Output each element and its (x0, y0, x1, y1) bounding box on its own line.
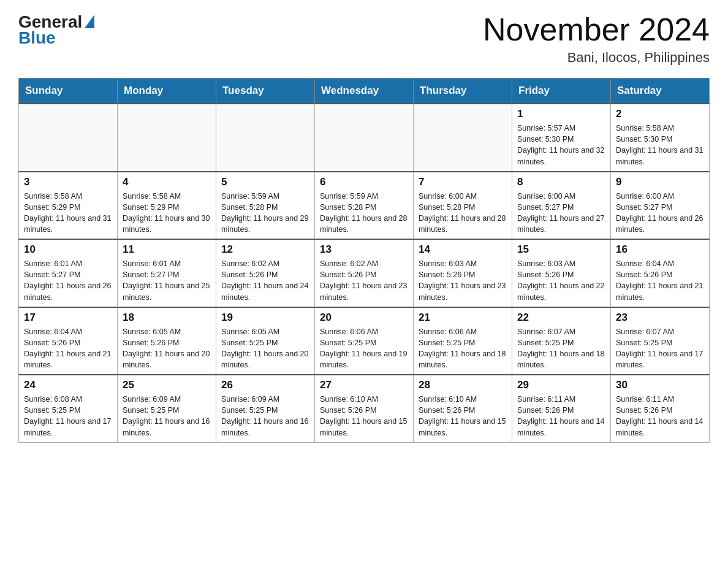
calendar-cell: 5Sunrise: 5:59 AMSunset: 5:28 PMDaylight… (216, 172, 315, 240)
day-number: 4 (123, 176, 211, 188)
day-number: 5 (221, 176, 309, 188)
day-info: Sunrise: 6:00 AMSunset: 5:27 PMDaylight:… (517, 191, 605, 236)
logo-blue-text: Blue (18, 28, 56, 48)
calendar-cell: 1Sunrise: 5:57 AMSunset: 5:30 PMDaylight… (512, 104, 611, 172)
day-info: Sunrise: 6:10 AMSunset: 5:26 PMDaylight:… (320, 394, 408, 439)
calendar-cell: 8Sunrise: 6:00 AMSunset: 5:27 PMDaylight… (512, 172, 611, 240)
calendar-cell (19, 104, 118, 172)
day-info: Sunrise: 6:10 AMSunset: 5:26 PMDaylight:… (419, 394, 507, 439)
location-text: Bani, Ilocos, Philippines (483, 50, 710, 66)
calendar-cell: 18Sunrise: 6:05 AMSunset: 5:26 PMDayligh… (118, 307, 216, 375)
day-number: 13 (320, 243, 408, 256)
day-info: Sunrise: 6:07 AMSunset: 5:25 PMDaylight:… (517, 326, 605, 371)
day-number: 22 (517, 312, 605, 324)
calendar-cell: 14Sunrise: 6:03 AMSunset: 5:26 PMDayligh… (414, 239, 512, 307)
day-number: 26 (221, 379, 309, 391)
day-info: Sunrise: 5:57 AMSunset: 5:30 PMDaylight:… (517, 123, 605, 167)
calendar-cell: 3Sunrise: 5:58 AMSunset: 5:29 PMDaylight… (19, 172, 118, 240)
calendar-week-row: 17Sunrise: 6:04 AMSunset: 5:26 PMDayligh… (19, 307, 710, 375)
calendar-cell: 23Sunrise: 6:07 AMSunset: 5:25 PMDayligh… (611, 307, 710, 375)
day-info: Sunrise: 6:05 AMSunset: 5:25 PMDaylight:… (221, 326, 309, 371)
day-info: Sunrise: 6:02 AMSunset: 5:26 PMDaylight:… (221, 258, 309, 303)
day-number: 16 (616, 243, 704, 256)
day-number: 9 (616, 176, 704, 188)
day-info: Sunrise: 6:08 AMSunset: 5:25 PMDaylight:… (24, 394, 112, 439)
day-info: Sunrise: 5:58 AMSunset: 5:29 PMDaylight:… (24, 191, 112, 236)
calendar-cell: 27Sunrise: 6:10 AMSunset: 5:26 PMDayligh… (315, 375, 414, 442)
days-header-row: Sunday Monday Tuesday Wednesday Thursday… (19, 79, 710, 104)
day-info: Sunrise: 6:00 AMSunset: 5:28 PMDaylight:… (419, 191, 507, 236)
calendar-cell: 24Sunrise: 6:08 AMSunset: 5:25 PMDayligh… (19, 375, 118, 442)
day-number: 1 (517, 108, 605, 120)
day-number: 8 (517, 176, 605, 188)
calendar-cell: 6Sunrise: 5:59 AMSunset: 5:28 PMDaylight… (315, 172, 414, 240)
day-number: 30 (616, 379, 704, 391)
calendar-cell: 26Sunrise: 6:09 AMSunset: 5:25 PMDayligh… (216, 375, 315, 442)
calendar-cell: 7Sunrise: 6:00 AMSunset: 5:28 PMDaylight… (414, 172, 512, 240)
day-number: 27 (320, 379, 408, 391)
header-sunday: Sunday (19, 79, 118, 104)
header-monday: Monday (118, 79, 216, 104)
day-number: 2 (616, 108, 704, 120)
day-number: 23 (616, 312, 704, 324)
day-info: Sunrise: 6:06 AMSunset: 5:25 PMDaylight:… (320, 326, 408, 371)
calendar-cell: 2Sunrise: 5:58 AMSunset: 5:30 PMDaylight… (611, 104, 710, 172)
calendar-cell: 9Sunrise: 6:00 AMSunset: 5:27 PMDaylight… (611, 172, 710, 240)
calendar-cell: 29Sunrise: 6:11 AMSunset: 5:26 PMDayligh… (512, 375, 611, 442)
day-info: Sunrise: 5:59 AMSunset: 5:28 PMDaylight:… (320, 191, 408, 236)
header-wednesday: Wednesday (315, 79, 414, 104)
day-number: 24 (24, 379, 112, 391)
calendar-cell: 28Sunrise: 6:10 AMSunset: 5:26 PMDayligh… (414, 375, 512, 442)
day-number: 11 (123, 243, 211, 256)
calendar-cell: 13Sunrise: 6:02 AMSunset: 5:26 PMDayligh… (315, 239, 414, 307)
header-thursday: Thursday (414, 79, 512, 104)
day-info: Sunrise: 6:00 AMSunset: 5:27 PMDaylight:… (616, 191, 704, 236)
calendar-cell: 25Sunrise: 6:09 AMSunset: 5:25 PMDayligh… (118, 375, 216, 442)
calendar-cell (315, 104, 414, 172)
day-number: 29 (517, 379, 605, 391)
calendar-cell (118, 104, 216, 172)
day-info: Sunrise: 5:58 AMSunset: 5:29 PMDaylight:… (123, 191, 211, 236)
calendar-cell: 19Sunrise: 6:05 AMSunset: 5:25 PMDayligh… (216, 307, 315, 375)
calendar-cell: 16Sunrise: 6:04 AMSunset: 5:26 PMDayligh… (611, 239, 710, 307)
calendar-week-row: 3Sunrise: 5:58 AMSunset: 5:29 PMDaylight… (19, 172, 710, 240)
day-info: Sunrise: 6:09 AMSunset: 5:25 PMDaylight:… (123, 394, 211, 439)
day-number: 25 (123, 379, 211, 391)
logo-triangle-icon (85, 15, 94, 28)
header-tuesday: Tuesday (216, 79, 315, 104)
calendar-table: Sunday Monday Tuesday Wednesday Thursday… (18, 78, 710, 443)
calendar-week-row: 24Sunrise: 6:08 AMSunset: 5:25 PMDayligh… (19, 375, 710, 442)
day-number: 20 (320, 312, 408, 324)
calendar-cell: 30Sunrise: 6:11 AMSunset: 5:26 PMDayligh… (611, 375, 710, 442)
day-info: Sunrise: 6:04 AMSunset: 5:26 PMDaylight:… (616, 258, 704, 303)
title-section: November 2024 Bani, Ilocos, Philippines (483, 12, 710, 66)
day-info: Sunrise: 6:06 AMSunset: 5:25 PMDaylight:… (419, 326, 507, 371)
day-number: 14 (419, 243, 507, 256)
calendar-cell: 12Sunrise: 6:02 AMSunset: 5:26 PMDayligh… (216, 239, 315, 307)
day-info: Sunrise: 6:03 AMSunset: 5:26 PMDaylight:… (419, 258, 507, 303)
month-title: November 2024 (483, 12, 710, 47)
calendar-week-row: 1Sunrise: 5:57 AMSunset: 5:30 PMDaylight… (19, 104, 710, 172)
header-saturday: Saturday (611, 79, 710, 104)
day-number: 12 (221, 243, 309, 256)
day-number: 21 (419, 312, 507, 324)
day-info: Sunrise: 5:58 AMSunset: 5:30 PMDaylight:… (616, 123, 704, 167)
day-info: Sunrise: 6:11 AMSunset: 5:26 PMDaylight:… (616, 394, 704, 439)
calendar-cell: 11Sunrise: 6:01 AMSunset: 5:27 PMDayligh… (118, 239, 216, 307)
day-info: Sunrise: 6:04 AMSunset: 5:26 PMDaylight:… (24, 326, 112, 371)
calendar-cell (216, 104, 315, 172)
logo: General Blue (18, 12, 94, 48)
calendar-cell: 15Sunrise: 6:03 AMSunset: 5:26 PMDayligh… (512, 239, 611, 307)
day-info: Sunrise: 6:07 AMSunset: 5:25 PMDaylight:… (616, 326, 704, 371)
calendar-cell: 22Sunrise: 6:07 AMSunset: 5:25 PMDayligh… (512, 307, 611, 375)
calendar-cell: 21Sunrise: 6:06 AMSunset: 5:25 PMDayligh… (414, 307, 512, 375)
day-number: 18 (123, 312, 211, 324)
day-number: 10 (24, 243, 112, 256)
day-number: 15 (517, 243, 605, 256)
day-info: Sunrise: 6:02 AMSunset: 5:26 PMDaylight:… (320, 258, 408, 303)
day-number: 6 (320, 176, 408, 188)
calendar-cell: 17Sunrise: 6:04 AMSunset: 5:26 PMDayligh… (19, 307, 118, 375)
day-info: Sunrise: 6:05 AMSunset: 5:26 PMDaylight:… (123, 326, 211, 371)
calendar-cell: 10Sunrise: 6:01 AMSunset: 5:27 PMDayligh… (19, 239, 118, 307)
day-info: Sunrise: 6:01 AMSunset: 5:27 PMDaylight:… (123, 258, 211, 303)
